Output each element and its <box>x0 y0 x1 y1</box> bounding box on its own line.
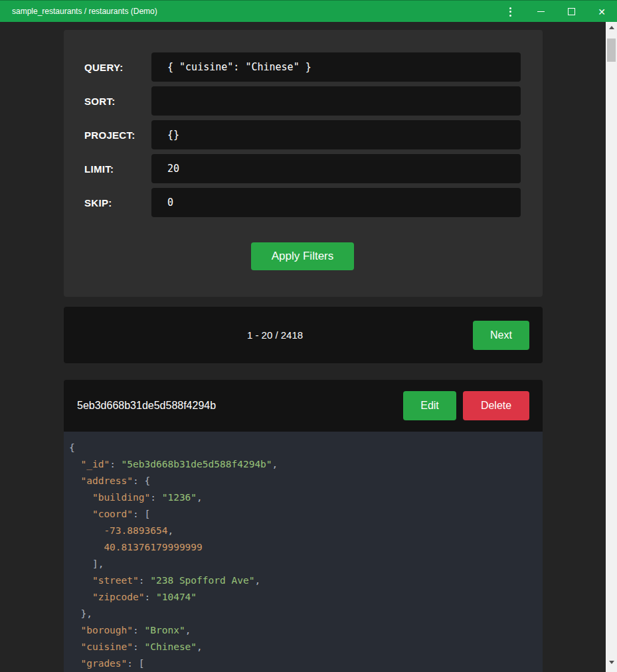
filters-card: QUERY: SORT: PROJECT: LIMIT: SKIP: Apply… <box>64 30 543 297</box>
window-title: sample_restaurants / restaurants (Demo) <box>12 7 495 16</box>
filter-row-query: QUERY: <box>84 52 521 82</box>
close-icon: ✕ <box>598 7 606 17</box>
pagination-bar: 1 - 20 / 2418 Next <box>64 307 543 363</box>
scroll-down-button[interactable] <box>606 657 617 668</box>
project-input[interactable] <box>151 120 521 149</box>
close-button[interactable]: ✕ <box>586 1 617 23</box>
document-json: { "_id": "5eb3d668b31de5d588f4294b", "ad… <box>64 432 543 672</box>
sort-input[interactable] <box>151 86 521 116</box>
edit-button[interactable]: Edit <box>403 391 456 420</box>
result-range: 1 - 20 / 2418 <box>77 329 473 341</box>
apply-filters-button[interactable]: Apply Filters <box>251 242 354 270</box>
filter-row-limit: LIMIT: <box>84 154 521 183</box>
scroll-up-icon <box>609 26 614 29</box>
kebab-menu-icon <box>509 7 511 17</box>
apply-row: Apply Filters <box>84 242 521 270</box>
filter-row-project: PROJECT: <box>84 120 521 149</box>
content-area: QUERY: SORT: PROJECT: LIMIT: SKIP: Apply… <box>0 22 617 672</box>
maximize-icon <box>568 8 575 15</box>
query-input[interactable] <box>151 52 521 82</box>
scrollbar[interactable] <box>606 22 617 672</box>
next-button[interactable]: Next <box>473 321 529 350</box>
scrollbar-thumb[interactable] <box>607 39 616 62</box>
minimize-icon <box>537 11 545 13</box>
menu-button[interactable] <box>495 1 525 23</box>
project-label: PROJECT: <box>84 129 151 141</box>
filter-row-sort: SORT: <box>84 86 521 116</box>
delete-button[interactable]: Delete <box>463 391 529 420</box>
scroll-down-icon <box>609 661 614 664</box>
limit-input[interactable] <box>151 154 521 183</box>
minimize-button[interactable] <box>525 1 556 23</box>
sort-label: SORT: <box>84 96 151 107</box>
query-label: QUERY: <box>84 62 151 73</box>
scroll-up-button[interactable] <box>606 22 617 33</box>
titlebar: sample_restaurants / restaurants (Demo) … <box>0 0 617 22</box>
document-card: 5eb3d668b31de5d588f4294b Edit Delete { "… <box>64 380 543 672</box>
document-id: 5eb3d668b31de5d588f4294b <box>77 400 403 412</box>
filter-row-skip: SKIP: <box>84 188 521 217</box>
maximize-button[interactable] <box>556 1 586 23</box>
window-controls: ✕ <box>495 1 617 22</box>
document-actions: Edit Delete <box>403 391 529 420</box>
skip-label: SKIP: <box>84 197 151 209</box>
skip-input[interactable] <box>151 188 521 217</box>
document-header: 5eb3d668b31de5d588f4294b Edit Delete <box>64 380 543 432</box>
limit-label: LIMIT: <box>84 163 151 175</box>
